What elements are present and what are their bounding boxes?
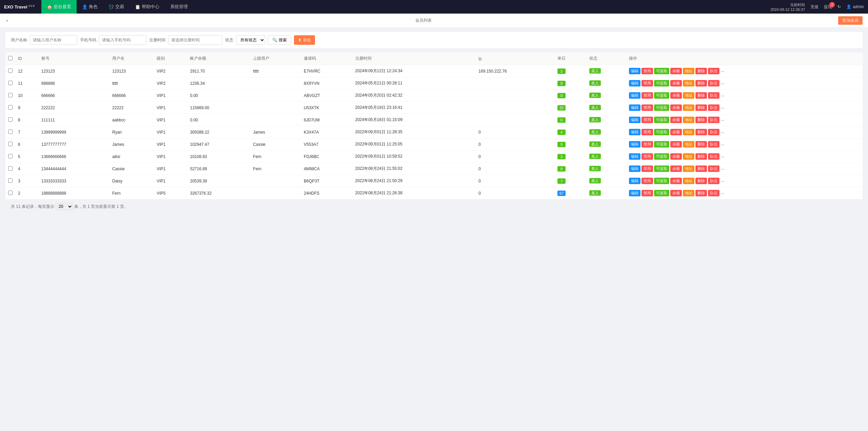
row-checkbox[interactable] [8,117,13,122]
toggle-button[interactable]: 可提取 [654,190,669,196]
edit-button[interactable]: 编辑 [629,117,640,123]
rebate-button[interactable]: 余额 [670,165,682,172]
select-all-checkbox[interactable] [8,56,13,60]
more-button[interactable]: ··· [721,178,725,184]
edit-button[interactable]: 编辑 [629,190,640,196]
more-button[interactable]: ··· [721,191,725,196]
nav-item-system[interactable]: 系统管理 [165,0,193,14]
ban-button[interactable]: 禁用 [642,92,653,99]
more-button[interactable]: ··· [721,105,725,111]
toggle-button[interactable]: 可提取 [654,165,669,172]
recharge-button[interactable]: 地址 [683,153,694,160]
rebate-button[interactable]: 余额 [670,178,682,184]
edit-button[interactable]: 编辑 [629,153,640,160]
rebate-button[interactable]: 余额 [670,129,682,135]
delete-button[interactable]: 删除 [695,117,707,123]
recharge-button[interactable]: 地址 [683,104,694,111]
toggle-button[interactable]: 可提取 [654,129,669,135]
delete-button[interactable]: 删除 [695,68,707,74]
delete-button[interactable]: 删除 [695,153,707,160]
edit-button[interactable]: 编辑 [629,141,640,148]
row-checkbox[interactable] [8,130,13,134]
ban-button[interactable]: 禁用 [642,165,653,172]
ban-button[interactable]: 禁用 [642,141,653,148]
ban-button[interactable]: 禁用 [642,190,653,196]
nav-item-roles[interactable]: 👤 角色 [77,0,103,14]
ban-button[interactable]: 禁用 [642,153,653,160]
toggle-button[interactable]: 可提取 [654,117,669,123]
rebate-button[interactable]: 余额 [670,80,682,86]
more-button[interactable]: ··· [721,117,725,123]
recharge-button[interactable]: 地址 [683,68,694,74]
toggle-button[interactable]: 可提取 [654,92,669,99]
nav-item-dashboard[interactable]: 🏠 后台首页 [41,0,77,14]
toggle-button[interactable]: 可提取 [654,104,669,111]
edit-button[interactable]: 编辑 [629,80,640,86]
ban-button[interactable]: 禁用 [642,104,653,111]
rebate-button[interactable]: 余额 [670,68,682,74]
more-button[interactable]: ··· [721,154,725,159]
more-button[interactable]: ··· [721,142,725,147]
team-button[interactable]: 队伍 [708,80,719,86]
team-button[interactable]: 队伍 [708,92,719,99]
ban-button[interactable]: 禁用 [642,80,653,86]
row-checkbox[interactable] [8,81,13,85]
team-button[interactable]: 队伍 [708,129,719,135]
delete-button[interactable]: 删除 [695,92,707,99]
toggle-button[interactable]: 可提取 [654,141,669,148]
more-button[interactable]: ··· [721,166,725,172]
edit-button[interactable]: 编辑 [629,104,640,111]
rebate-button[interactable]: 余额 [670,92,682,99]
phone-input[interactable] [99,35,146,45]
team-button[interactable]: 队伍 [708,165,719,172]
delete-button[interactable]: 删除 [695,80,707,86]
delete-button[interactable]: 删除 [695,178,707,184]
rebate-button[interactable]: 余额 [670,153,682,160]
recharge-button[interactable]: 地址 [683,117,694,123]
ban-button[interactable]: 禁用 [642,129,653,135]
delete-button[interactable]: 删除 [695,190,707,196]
team-button[interactable]: 队伍 [708,178,719,184]
recharge-button[interactable]: 地址 [683,178,694,184]
ban-button[interactable]: 禁用 [642,178,653,184]
delete-button[interactable]: 删除 [695,165,707,172]
row-checkbox[interactable] [8,191,13,195]
user-menu[interactable]: 👤 admin [846,4,864,9]
recharge-button[interactable]: 地址 [683,129,694,135]
nav-item-help[interactable]: 📋 帮助中心 [130,0,165,14]
team-button[interactable]: 队伍 [708,141,719,148]
team-button[interactable]: 队伍 [708,68,719,74]
rebate-button[interactable]: 余额 [670,141,682,148]
per-page-select[interactable]: 20 10 50 100 [56,203,73,210]
rebate-button[interactable]: 余额 [670,104,682,111]
row-checkbox[interactable] [8,68,13,73]
delete-button[interactable]: 删除 [695,104,707,111]
row-checkbox[interactable] [8,154,13,158]
status-select[interactable]: 所有状态 正常 禁用 [236,35,265,45]
edit-button[interactable]: 编辑 [629,68,640,74]
username-input[interactable] [30,35,77,45]
recharge-button[interactable]: 地址 [683,141,694,148]
reg-time-input[interactable] [168,35,222,45]
row-checkbox[interactable] [8,178,13,183]
export-button[interactable]: ⬆ 导出 [294,35,315,45]
edit-button[interactable]: 编辑 [629,129,640,135]
rebate-button[interactable]: 余额 [670,117,682,123]
nav-item-transactions[interactable]: 💱 交易 [103,0,130,14]
row-checkbox[interactable] [8,142,13,146]
more-button[interactable]: ··· [721,68,725,74]
more-button[interactable]: ··· [721,81,725,86]
delete-button[interactable]: 删除 [695,129,707,135]
toggle-button[interactable]: 可提取 [654,178,669,184]
team-button[interactable]: 队伍 [708,117,719,123]
recharge-button[interactable]: 地址 [683,80,694,86]
ban-button[interactable]: 禁用 [642,68,653,74]
more-button[interactable]: ··· [721,130,725,135]
team-button[interactable]: 队伍 [708,190,719,196]
toggle-button[interactable]: 可提取 [654,80,669,86]
refresh-button[interactable]: ↻ [837,4,841,9]
edit-button[interactable]: 编辑 [629,178,640,184]
withdraw-button[interactable]: 提现 7 [824,4,832,10]
toggle-button[interactable]: 可提取 [654,153,669,160]
rebate-button[interactable]: 余额 [670,190,682,196]
